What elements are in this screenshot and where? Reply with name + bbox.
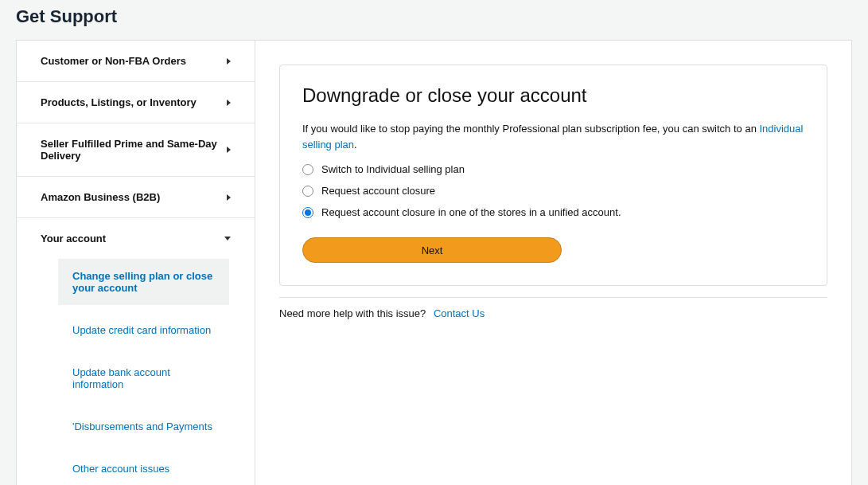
sidebar-item-label: Your account: [41, 233, 224, 244]
chevron-down-icon: [224, 237, 231, 241]
sidebar-item-account[interactable]: Your account: [17, 218, 255, 259]
radio-option-switch-plan[interactable]: Switch to Individual selling plan: [302, 163, 804, 175]
support-container: Customer or Non-FBA Orders Products, Lis…: [16, 40, 852, 485]
intro-text: If you would like to stop paying the mon…: [302, 123, 760, 135]
radio-label: Switch to Individual selling plan: [321, 163, 465, 175]
page-title: Get Support: [16, 0, 852, 40]
radio-label: Request account closure: [321, 185, 435, 197]
sidebar: Customer or Non-FBA Orders Products, Lis…: [16, 40, 255, 485]
intro-suffix: .: [354, 139, 357, 151]
radio-option-close-account[interactable]: Request account closure: [302, 185, 804, 197]
chevron-right-icon: [227, 194, 231, 201]
help-prompt: Need more help with this issue?: [279, 307, 426, 319]
card-title: Downgrade or close your account: [302, 84, 804, 107]
sub-item-update-card[interactable]: Update credit card information: [58, 313, 229, 347]
radio-option-close-unified[interactable]: Request account closure in one of the st…: [302, 206, 804, 218]
card-intro: If you would like to stop paying the mon…: [302, 121, 804, 152]
sidebar-item-prime[interactable]: Seller Fulfilled Prime and Same-Day Deli…: [17, 123, 255, 177]
radio-icon: [302, 207, 313, 218]
chevron-right-icon: [227, 58, 231, 65]
contact-us-link[interactable]: Contact Us: [434, 307, 485, 319]
chevron-right-icon: [227, 147, 231, 153]
sub-item-disbursements[interactable]: 'Disbursements and Payments: [58, 409, 229, 444]
help-row: Need more help with this issue? Contact …: [279, 297, 827, 319]
sidebar-sub-account: Change selling plan or close your accoun…: [17, 259, 255, 485]
sidebar-item-label: Seller Fulfilled Prime and Same-Day Deli…: [41, 138, 227, 162]
radio-icon: [302, 164, 313, 175]
sub-item-change-plan[interactable]: Change selling plan or close your accoun…: [58, 259, 229, 305]
radio-label: Request account closure in one of the st…: [321, 206, 621, 218]
downgrade-card: Downgrade or close your account If you w…: [279, 65, 827, 286]
sub-item-update-bank[interactable]: Update bank account information: [58, 355, 229, 401]
main-panel: Downgrade or close your account If you w…: [255, 40, 852, 485]
sidebar-item-b2b[interactable]: Amazon Business (B2B): [17, 177, 255, 218]
sidebar-item-orders[interactable]: Customer or Non-FBA Orders: [17, 41, 255, 82]
sidebar-item-label: Amazon Business (B2B): [41, 191, 227, 203]
sidebar-item-label: Products, Listings, or Inventory: [41, 96, 227, 108]
radio-icon: [302, 186, 313, 197]
sub-item-other-issues[interactable]: Other account issues: [58, 452, 229, 485]
next-button[interactable]: Next: [302, 237, 562, 263]
sidebar-item-products[interactable]: Products, Listings, or Inventory: [17, 82, 255, 123]
chevron-right-icon: [227, 100, 231, 106]
sidebar-item-label: Customer or Non-FBA Orders: [41, 55, 227, 67]
